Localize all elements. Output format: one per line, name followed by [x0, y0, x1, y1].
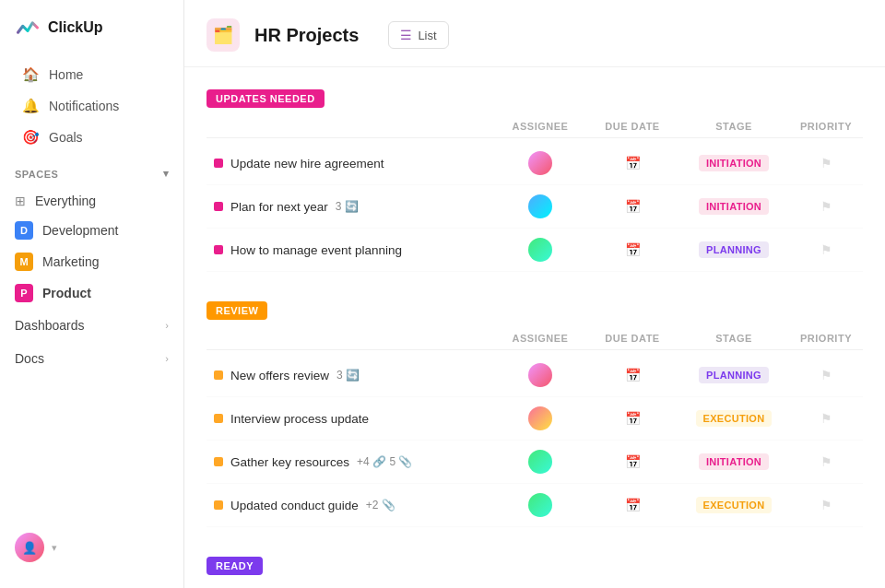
- goals-icon: 🎯: [22, 129, 40, 146]
- task-name-cell: Update new hire agreement: [206, 157, 494, 171]
- user-menu-chevron: ▾: [52, 542, 57, 554]
- col-duedate-label: DUE DATE: [586, 333, 678, 344]
- table-row[interactable]: Updated conduct guide +2 📎 📅 EXECUTION ⚑: [206, 484, 863, 527]
- due-date-cell[interactable]: 📅: [586, 368, 678, 382]
- task-count: +2 📎: [366, 499, 395, 512]
- stage-badge: PLANNING: [699, 367, 769, 383]
- priority-cell[interactable]: ⚑: [789, 454, 863, 469]
- stage-badge: EXECUTION: [696, 410, 773, 427]
- priority-flag-icon: ⚑: [820, 368, 832, 382]
- task-status-dot: [214, 159, 223, 168]
- calendar-icon: 📅: [625, 498, 641, 512]
- col-task-label: [206, 333, 494, 344]
- stage-cell[interactable]: EXECUTION: [678, 497, 789, 513]
- due-date-cell[interactable]: 📅: [586, 156, 678, 171]
- assignee-cell: [494, 450, 586, 474]
- task-name-cell: Updated conduct guide +2 📎: [206, 499, 494, 512]
- sidebar: ClickUp 🏠 Home 🔔 Notifications 🎯 Goals S…: [0, 0, 184, 588]
- table-row[interactable]: Gather key resources +4 🔗 5 📎 📅 INITIATI…: [206, 441, 863, 484]
- avatar: [528, 194, 552, 218]
- sidebar-item-goals[interactable]: 🎯 Goals: [7, 122, 176, 153]
- page-icon: 🗂️: [206, 18, 240, 52]
- chevron-down-icon: ▾: [163, 168, 170, 180]
- grid-icon: ⊞: [15, 194, 26, 208]
- stage-cell[interactable]: PLANNING: [678, 367, 789, 383]
- table-row[interactable]: Update new hire agreement 📅 INITIATION ⚑: [206, 142, 863, 185]
- col-priority-label: PRIORITY: [789, 121, 863, 132]
- priority-cell[interactable]: ⚑: [789, 156, 863, 171]
- col-task-label: [206, 121, 494, 132]
- due-date-cell[interactable]: 📅: [586, 411, 678, 426]
- stage-cell[interactable]: PLANNING: [678, 241, 789, 258]
- priority-cell[interactable]: ⚑: [789, 498, 863, 512]
- task-label: Update new hire agreement: [230, 157, 384, 171]
- assignee-cell: [494, 493, 586, 517]
- priority-cell[interactable]: ⚑: [789, 411, 863, 426]
- review-badge[interactable]: REVIEW: [206, 301, 267, 320]
- user-avatar-section[interactable]: 👤 ▾: [0, 522, 183, 573]
- sidebar-item-product[interactable]: P Product: [0, 277, 183, 309]
- priority-cell[interactable]: ⚑: [789, 199, 863, 214]
- sidebar-item-marketing[interactable]: M Marketing: [0, 246, 183, 277]
- assignee-cell: [494, 194, 586, 218]
- stage-cell[interactable]: EXECUTION: [678, 410, 789, 427]
- stage-cell[interactable]: INITIATION: [678, 155, 789, 171]
- calendar-icon: 📅: [625, 242, 641, 257]
- spaces-header: Spaces ▾: [0, 153, 183, 187]
- stage-badge: EXECUTION: [696, 497, 773, 513]
- col-priority-label: PRIORITY: [789, 333, 863, 344]
- task-count: 3 🔄: [336, 200, 359, 213]
- task-count: 3 🔄: [336, 369, 360, 382]
- task-label: Updated conduct guide: [230, 499, 359, 512]
- group-updates-header: UPDATES NEEDED: [206, 82, 863, 115]
- due-date-cell[interactable]: 📅: [586, 199, 678, 214]
- priority-flag-icon: ⚑: [820, 411, 832, 426]
- col-headers-ready: ASSIGNEE DUE DATE STAGE PRIORITY: [206, 582, 863, 588]
- stage-badge: PLANNING: [699, 241, 769, 258]
- table-row[interactable]: Interview process update 📅 EXECUTION ⚑: [206, 397, 863, 441]
- table-row[interactable]: Plan for next year 3 🔄 📅 INITIATION ⚑: [206, 185, 863, 229]
- priority-cell[interactable]: ⚑: [789, 368, 863, 382]
- list-view-tab[interactable]: ☰ List: [388, 21, 448, 49]
- col-duedate-label: DUE DATE: [586, 121, 678, 132]
- table-row[interactable]: New offers review 3 🔄 📅 PLANNING ⚑: [206, 354, 863, 397]
- task-name-cell: New offers review 3 🔄: [206, 369, 494, 382]
- task-status-dot: [214, 245, 223, 254]
- table-row[interactable]: How to manage event planning 📅 PLANNING …: [206, 229, 863, 272]
- assignee-cell: [494, 363, 586, 387]
- development-space-dot: D: [15, 221, 33, 240]
- logo[interactable]: ClickUp: [0, 15, 183, 59]
- updates-needed-badge[interactable]: UPDATES NEEDED: [206, 89, 324, 108]
- user-avatar: 👤: [15, 533, 44, 562]
- view-tab-label: List: [418, 29, 436, 42]
- task-status-dot: [214, 414, 223, 423]
- calendar-icon: 📅: [625, 156, 641, 171]
- due-date-cell[interactable]: 📅: [586, 242, 678, 257]
- due-date-cell[interactable]: 📅: [586, 454, 678, 469]
- sidebar-item-goals-label: Goals: [49, 130, 83, 145]
- sidebar-item-everything[interactable]: ⊞ Everything: [0, 187, 183, 215]
- ready-badge[interactable]: READY: [206, 557, 263, 575]
- assignee-cell: [494, 151, 586, 175]
- sidebar-item-docs[interactable]: Docs ›: [0, 342, 183, 375]
- avatar: [528, 493, 552, 517]
- task-status-dot: [214, 500, 223, 510]
- sidebar-item-development[interactable]: D Development: [0, 215, 183, 246]
- group-ready: READY ASSIGNEE DUE DATE STAGE PRIORITY N…: [206, 549, 863, 588]
- priority-cell[interactable]: ⚑: [789, 242, 863, 257]
- task-label: Gather key resources: [230, 455, 349, 469]
- stage-cell[interactable]: INITIATION: [678, 453, 789, 470]
- sidebar-item-notifications[interactable]: 🔔 Notifications: [7, 90, 176, 122]
- priority-flag-icon: ⚑: [820, 242, 832, 257]
- sidebar-item-home-label: Home: [49, 67, 83, 82]
- home-icon: 🏠: [22, 66, 40, 83]
- priority-flag-icon: ⚑: [820, 199, 832, 214]
- sidebar-item-dashboards[interactable]: Dashboards ›: [0, 309, 183, 342]
- due-date-cell[interactable]: 📅: [586, 498, 678, 512]
- task-count: +4 🔗 5 📎: [357, 455, 412, 468]
- task-status-dot: [214, 457, 223, 466]
- marketing-space-dot: M: [15, 253, 33, 271]
- stage-cell[interactable]: INITIATION: [678, 198, 789, 215]
- priority-flag-icon: ⚑: [820, 454, 832, 469]
- sidebar-item-home[interactable]: 🏠 Home: [7, 59, 176, 90]
